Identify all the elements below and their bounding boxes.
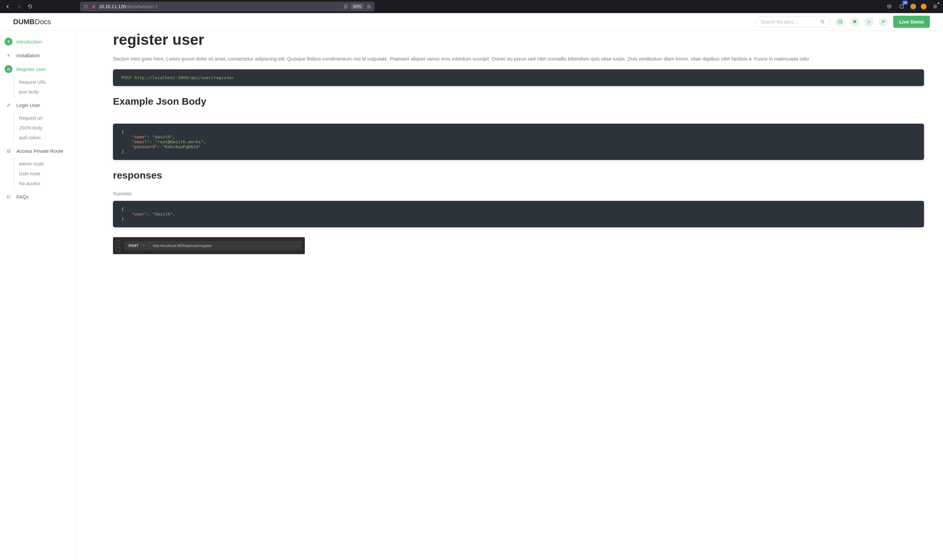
sidebar-sub-request-url-2[interactable]: Request url — [14, 113, 76, 123]
svg-rect-13 — [869, 22, 870, 23]
extension-badge-icon[interactable]: 10 — [898, 3, 906, 11]
hamburger-menu-icon[interactable] — [931, 3, 939, 11]
sidebar-sub-json-body[interactable]: json body — [14, 87, 76, 97]
laptop-icon — [5, 147, 12, 155]
bookmark-star-icon[interactable] — [366, 4, 371, 9]
postman-url: http://localhost:3000/api/user/register — [150, 244, 215, 248]
download-icon — [5, 51, 12, 59]
sidebar-item-installation[interactable]: Installation — [0, 48, 76, 62]
sidebar-item-label: Register user — [16, 66, 46, 72]
foxy-extension-icon[interactable] — [921, 4, 927, 9]
code-block-response: { "user": "dasith", } — [113, 201, 924, 227]
main-content: register user Section intro goes here. L… — [76, 31, 943, 560]
svg-rect-22 — [7, 195, 10, 198]
twitter-icon[interactable] — [850, 17, 859, 26]
sidebar-sub-auth-token[interactable]: auth-token — [14, 133, 76, 143]
sidebar-item-label: Access Private Route — [16, 148, 63, 154]
intro-text: Section intro goes here. Lorem ipsum dol… — [113, 55, 924, 63]
sidebar-subnav-private: Admin route User route No access — [14, 158, 76, 190]
page-title: register user — [113, 31, 924, 48]
postman-side-icon — [116, 240, 120, 245]
app-header: DUMBDocs P Live Demo — [0, 13, 943, 31]
sidebar-sub-request-url[interactable]: Request URL — [14, 77, 76, 87]
github-icon[interactable] — [836, 17, 845, 26]
sidebar-subnav-register: Request URL json body — [14, 76, 76, 98]
slack-icon[interactable] — [864, 17, 874, 26]
sidebar-subnav-login: Request url JSON body auth-token — [14, 112, 76, 144]
url-text: 10.10.11.120/docs#section-1 — [99, 4, 158, 9]
pocket-icon[interactable] — [885, 3, 893, 11]
postman-screenshot: POST ▾ http://localhost:3000/api/user/re… — [113, 237, 305, 254]
search-box[interactable] — [755, 16, 830, 28]
svg-rect-19 — [8, 69, 10, 70]
divider — [113, 117, 924, 117]
reload-button[interactable] — [26, 3, 34, 11]
sidebar-item-label: Installation — [16, 53, 40, 58]
postman-side-icon — [116, 247, 120, 252]
code-block-json-body: { "name": "dasith", "email": "root@dasit… — [113, 124, 924, 160]
align-icon — [5, 38, 12, 45]
sidebar-item-label: Introduction — [16, 39, 42, 45]
search-input[interactable] — [761, 19, 820, 25]
sidebar-item-faqs[interactable]: FAQs — [0, 190, 76, 203]
sidebar: Introduction Installation Register user … — [0, 31, 76, 560]
book-icon — [5, 193, 12, 200]
search-icon[interactable] — [820, 20, 825, 24]
briefcase-icon — [5, 65, 12, 73]
svg-point-10 — [821, 20, 824, 23]
cookie-extension-icon[interactable] — [910, 4, 916, 9]
success-label: Success — [113, 191, 924, 196]
back-button[interactable] — [4, 3, 12, 11]
zoom-badge[interactable]: 80% — [351, 4, 363, 9]
sidebar-item-access-private[interactable]: Access Private Route — [0, 144, 76, 158]
sidebar-sub-user-route[interactable]: User route — [14, 169, 76, 178]
sidebar-item-register-user[interactable]: Register user — [0, 62, 76, 76]
svg-rect-14 — [867, 22, 869, 23]
forward-button[interactable] — [15, 3, 23, 11]
product-hunt-icon[interactable]: P — [879, 17, 888, 26]
svg-rect-12 — [869, 20, 869, 22]
postman-method: POST ▾ — [124, 241, 150, 250]
url-bar[interactable]: 10.10.11.120/docs#section-1 80% — [80, 2, 375, 11]
code-block-request: POST http://localhost:3000/api/user/regi… — [113, 69, 924, 86]
sidebar-item-login-user[interactable]: Login User — [0, 98, 76, 112]
heading-json-body: Example Json Body — [113, 96, 924, 107]
reader-icon[interactable] — [343, 4, 349, 9]
sidebar-item-label: Login User — [16, 102, 40, 108]
sidebar-sub-admin-route[interactable]: Admin route — [14, 159, 76, 169]
svg-line-11 — [824, 23, 824, 23]
lock-insecure-icon — [91, 4, 96, 9]
svg-rect-15 — [869, 21, 871, 22]
chevron-down-icon: ▾ — [143, 244, 145, 247]
heading-responses: responses — [113, 170, 924, 181]
logo[interactable]: DUMBDocs — [13, 18, 51, 26]
live-demo-button[interactable]: Live Demo — [893, 16, 930, 28]
sidebar-sub-no-access[interactable]: No access — [14, 178, 76, 188]
shield-icon — [83, 4, 88, 9]
sidebar-item-label: FAQs — [16, 194, 29, 200]
svg-rect-6 — [900, 5, 903, 8]
svg-rect-20 — [7, 150, 10, 152]
sidebar-item-introduction[interactable]: Introduction — [0, 35, 76, 48]
sidebar-sub-json-body-2[interactable]: JSON body — [14, 123, 76, 133]
tools-icon — [5, 101, 12, 109]
browser-chrome: 10.10.11.120/docs#section-1 80% 10 — [0, 0, 943, 13]
